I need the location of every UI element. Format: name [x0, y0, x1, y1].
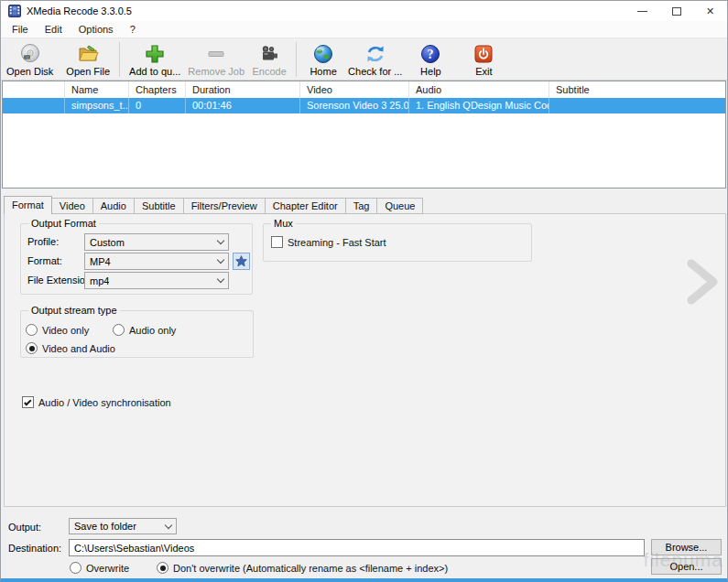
destination-label: Destination:	[8, 543, 61, 554]
job-cell-video: Sorenson Video 3 25.00 H...	[300, 98, 409, 113]
output-mode-dropdown[interactable]: Save to folder	[69, 518, 177, 534]
title-bar: XMedia Recode 3.3.0.5 ✕	[1, 1, 727, 21]
output-label: Output:	[8, 522, 41, 533]
toolbar-label: Help	[420, 66, 441, 77]
output-mode-value: Save to folder	[74, 521, 136, 532]
menu-help[interactable]: ?	[122, 22, 144, 37]
job-cell-audio: 1. English QDesign Music Codec 2 12...	[409, 98, 549, 113]
app-icon	[8, 5, 21, 17]
disk-icon: DVD	[18, 42, 42, 65]
file-extension-value: mp4	[90, 275, 109, 286]
question-icon: ?	[418, 42, 442, 65]
star-icon	[235, 255, 247, 267]
checkbox-label: Audio / Video synchronisation	[38, 397, 171, 408]
output-panel: Output: Save to folder Destination: Brow…	[1, 507, 727, 578]
window-controls: ✕	[625, 1, 727, 21]
profile-dropdown[interactable]: Custom	[84, 233, 229, 251]
chevron-down-icon	[217, 275, 224, 283]
home-button[interactable]: Home	[302, 41, 344, 80]
column-header-subtitle[interactable]: Subtitle	[549, 81, 692, 98]
toolbar-label: Open Disk	[6, 66, 53, 77]
format-value: MP4	[90, 256, 111, 267]
remove-job-button[interactable]: Remove Job	[184, 41, 248, 80]
radio-label: Video only	[42, 325, 89, 336]
add-to-queue-button[interactable]: Add to qu...	[125, 41, 184, 80]
job-cell-subtitle	[549, 98, 692, 113]
chevron-down-icon	[217, 256, 224, 264]
toolbar-separator	[296, 42, 297, 77]
close-button[interactable]: ✕	[693, 1, 727, 21]
open-file-button[interactable]: Open File	[62, 41, 114, 80]
format-label: Format:	[27, 255, 62, 266]
overwrite-radio[interactable]: Overwrite	[70, 562, 129, 574]
menu-file[interactable]: File	[4, 22, 37, 37]
group-title: Mux	[271, 218, 296, 229]
dont-overwrite-radio[interactable]: Don't overwrite (Automatically rename as…	[157, 562, 448, 574]
encode-button[interactable]: Encode	[248, 41, 290, 80]
tab-subtitle[interactable]: Subtitle	[135, 198, 184, 214]
column-header-icon[interactable]	[3, 81, 65, 98]
tab-format[interactable]: Format	[4, 196, 52, 214]
tab-video[interactable]: Video	[52, 198, 93, 214]
plus-icon	[143, 42, 167, 65]
profile-label: Profile:	[27, 236, 59, 247]
checkbox-unchecked-icon	[271, 236, 283, 248]
menu-bar: File Edit Options ?	[1, 21, 727, 38]
folder-open-icon	[76, 42, 100, 65]
tab-queue[interactable]: Queue	[377, 198, 423, 214]
video-only-radio[interactable]: Video only	[26, 324, 89, 336]
column-header-audio[interactable]: Audio	[409, 81, 549, 98]
column-header-video[interactable]: Video	[300, 81, 409, 98]
chevron-down-icon	[217, 237, 224, 244]
browse-button[interactable]: Browse...	[651, 539, 722, 555]
window-title: XMedia Recode 3.3.0.5	[27, 5, 132, 16]
destination-input[interactable]	[69, 539, 645, 556]
file-extension-dropdown[interactable]: mp4	[84, 272, 229, 289]
tab-chapter-editor[interactable]: Chapter Editor	[266, 198, 346, 214]
next-page-chevron-icon[interactable]	[684, 256, 721, 307]
tab-audio[interactable]: Audio	[93, 198, 135, 214]
column-header-name[interactable]: Name	[65, 81, 129, 98]
av-sync-checkbox[interactable]: Audio / Video synchronisation	[22, 396, 171, 408]
job-row-selected[interactable]: simpsons_t... 0 00:01:46 Sorenson Video …	[3, 98, 725, 113]
radio-label: Video and Audio	[42, 343, 115, 354]
column-header-chapters[interactable]: Chapters	[129, 81, 186, 98]
favorite-profile-button[interactable]	[233, 253, 250, 270]
radio-unselected-icon	[70, 562, 81, 574]
radio-selected-icon	[157, 562, 168, 574]
minimize-button[interactable]	[625, 1, 659, 21]
minimize-icon	[637, 11, 647, 12]
help-button[interactable]: ? Help	[409, 41, 451, 80]
toolbar-label: Exit	[475, 66, 492, 77]
radio-label: Audio only	[129, 325, 176, 336]
menu-edit[interactable]: Edit	[37, 22, 71, 37]
checkbox-checked-icon	[22, 396, 34, 408]
maximize-button[interactable]	[659, 1, 693, 21]
globe-icon	[311, 42, 335, 65]
tab-filters-preview[interactable]: Filters/Preview	[184, 198, 266, 214]
format-tab-page: Output Format Profile: Custom Format: MP…	[4, 213, 726, 507]
checkbox-label: Streaming - Fast Start	[288, 237, 386, 248]
open-button[interactable]: Open...	[651, 558, 722, 575]
exit-button[interactable]: Exit	[462, 41, 505, 80]
job-cell-chapters: 0	[129, 98, 186, 113]
job-list-header: Name Chapters Duration Video Audio Subti…	[3, 81, 725, 98]
minus-icon	[204, 42, 228, 65]
xmedia-recode-window: XMedia Recode 3.3.0.5 ✕ File Edit Option…	[0, 0, 728, 582]
toolbar-label: Add to qu...	[129, 66, 180, 77]
menu-options[interactable]: Options	[71, 22, 122, 37]
video-and-audio-radio[interactable]: Video and Audio	[26, 342, 115, 354]
radio-label: Overwrite	[86, 563, 129, 574]
check-for-updates-button[interactable]: Check for ...	[344, 41, 406, 80]
audio-only-radio[interactable]: Audio only	[113, 324, 176, 336]
tab-tag[interactable]: Tag	[346, 198, 378, 214]
toolbar-label: Encode	[252, 66, 286, 77]
streaming-fast-start-checkbox[interactable]: Streaming - Fast Start	[271, 236, 386, 248]
format-dropdown[interactable]: MP4	[84, 253, 229, 270]
toolbar-label: Remove Job	[188, 66, 244, 77]
open-disk-button[interactable]: DVD Open Disk	[3, 41, 57, 80]
column-header-duration[interactable]: Duration	[186, 81, 300, 98]
group-title: Output Format	[28, 218, 99, 229]
group-title: Output stream type	[28, 305, 120, 316]
tab-strip: Format Video Audio Subtitle Filters/Prev…	[4, 196, 423, 214]
